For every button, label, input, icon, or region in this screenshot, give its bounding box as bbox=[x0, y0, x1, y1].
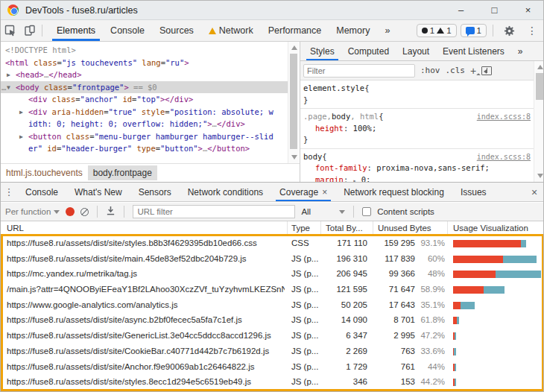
column-header-usage-visualization[interactable]: Usage Visualization bbox=[453, 224, 528, 233]
scrollbar-thumb[interactable] bbox=[536, 73, 543, 100]
close-button[interactable]: × bbox=[511, 1, 544, 19]
coverage-row[interactable]: https://fuse8.ru/assets/dist/site/async.… bbox=[1, 313, 544, 329]
scroll-up-arrow-icon[interactable] bbox=[537, 65, 543, 69]
scroll-down-arrow-icon[interactable] bbox=[291, 155, 297, 159]
more-options-icon[interactable]: ⋮ bbox=[522, 25, 542, 37]
drawer-tab-coverage[interactable]: Coverage× bbox=[271, 183, 335, 201]
unused-bytes-bar bbox=[453, 302, 461, 309]
minimize-button[interactable]: – bbox=[444, 1, 478, 19]
scroll-up-arrow-icon[interactable] bbox=[291, 45, 297, 50]
column-header-type[interactable]: Type bbox=[291, 224, 310, 233]
content-scripts-checkbox[interactable] bbox=[362, 207, 371, 216]
toggle-hover-state[interactable]: :hov bbox=[420, 66, 440, 75]
unused-bytes-bar bbox=[453, 286, 484, 294]
dom-tree-node[interactable]: <div class="anchor" id="top"></div> bbox=[1, 93, 278, 106]
dom-tree-node[interactable]: ▶<button class="menu-burger hamburger ha… bbox=[1, 130, 278, 155]
column-header-unused-bytes[interactable]: Unused Bytes bbox=[378, 224, 431, 233]
coverage-row[interactable]: https://mc.yandex.ru/metrika/tag.jsJS (p… bbox=[1, 267, 544, 282]
coverage-row[interactable]: https://www.google-analytics.com/analyti… bbox=[1, 298, 544, 314]
new-style-rule-icon[interactable]: + bbox=[470, 65, 476, 77]
styles-scrollbar[interactable] bbox=[534, 61, 544, 182]
scrollbar-thumb[interactable] bbox=[290, 54, 297, 149]
coverage-row[interactable]: https://fuse8.ru/assets/dist/site/main.4… bbox=[1, 252, 544, 268]
css-source-link[interactable]: index.scss:8 bbox=[477, 151, 534, 163]
url-filter-input[interactable] bbox=[133, 205, 295, 218]
drawer-close-icon[interactable]: × bbox=[524, 183, 544, 201]
css-source-link[interactable]: index.scss:8 bbox=[477, 111, 534, 123]
coverage-type: JS (p... bbox=[291, 254, 320, 263]
drawer-tab-network-conditions[interactable]: Network conditions bbox=[180, 183, 271, 201]
devtools-tab-memory[interactable]: Memory bbox=[329, 20, 377, 41]
breadcrumb-body-frontpage[interactable]: body.frontpage bbox=[88, 165, 157, 180]
coverage-scope-select[interactable]: Per function bbox=[5, 207, 60, 216]
devtools-tab-performance[interactable]: Performance bbox=[261, 20, 329, 41]
dom-tree-node[interactable]: <!DOCTYPE html> bbox=[1, 44, 278, 57]
styles-tab-layout[interactable]: Layout bbox=[396, 42, 436, 60]
css-property-line[interactable]: height: 100%; bbox=[303, 123, 534, 135]
elements-scrollbar[interactable] bbox=[288, 42, 299, 163]
breadcrumb-html-js-touchevents[interactable]: html.js.touchevents bbox=[1, 165, 88, 180]
scroll-down-arrow-icon[interactable] bbox=[537, 174, 543, 178]
devtools-tab-sources[interactable]: Sources bbox=[152, 20, 201, 41]
expander-right-icon[interactable]: ▶ bbox=[7, 69, 10, 82]
maximize-button[interactable]: □ bbox=[478, 1, 511, 19]
drawer-tab-console[interactable]: Console bbox=[17, 183, 66, 201]
dom-tree-node[interactable]: ▶<div aria-hidden="true" style="position… bbox=[1, 106, 278, 130]
coverage-clear-icon[interactable] bbox=[80, 208, 89, 216]
devtools-tab-network[interactable]: Network bbox=[201, 20, 261, 41]
styles-tab-computed[interactable]: Computed bbox=[341, 42, 396, 60]
messages-badge[interactable]: 1 bbox=[461, 24, 487, 37]
coverage-export-icon[interactable] bbox=[106, 205, 116, 218]
expander-right-icon[interactable]: ▶ bbox=[19, 131, 23, 144]
unused-bytes-bar bbox=[453, 271, 496, 278]
drawer-tab-what-s-new[interactable]: What's New bbox=[66, 183, 130, 201]
coverage-row[interactable]: https://fuse8.ru/assets/dist/site/styles… bbox=[1, 236, 544, 252]
code-token: proxima-nova,sans-serif bbox=[376, 163, 484, 172]
drawer-tab-network-request-blocking[interactable]: Network request blocking bbox=[335, 183, 452, 201]
dom-tree-node[interactable]: ▶<head>…</head> bbox=[1, 69, 278, 81]
expander-right-icon[interactable]: ▶ bbox=[19, 107, 23, 119]
code-token: "true" bbox=[108, 107, 136, 116]
coverage-row[interactable]: https://fuse8.ru/assets/dist/site/Cookie… bbox=[1, 344, 544, 360]
devtools-tab-elements[interactable]: Elements bbox=[49, 20, 103, 41]
coverage-row[interactable]: https://fuse8.ru/assets/dist/site/Anchor… bbox=[1, 360, 544, 376]
code-token: "js touchevents" bbox=[62, 58, 137, 67]
devtools-tab-console[interactable]: Console bbox=[103, 20, 152, 41]
device-toolbar-icon[interactable] bbox=[20, 20, 39, 41]
column-header-total-by[interactable]: Total By... bbox=[326, 224, 363, 233]
node-options-dots[interactable]: … bbox=[1, 81, 6, 94]
devtools-tab-item[interactable]: » bbox=[377, 20, 397, 41]
coverage-record-button[interactable] bbox=[66, 207, 75, 216]
coverage-row[interactable]: /main.js?attr=4QNOOByiEFeaY1Bf2LAhoo30Xc… bbox=[1, 282, 544, 298]
console-issues-badge[interactable]: 1 1 bbox=[417, 24, 457, 37]
css-property-line[interactable]: font-family: proxima-nova,sans-serif; bbox=[303, 162, 534, 174]
styles-tab-event-listeners[interactable]: Event Listeners bbox=[436, 42, 511, 60]
drawer-tab-sensors[interactable]: Sensors bbox=[130, 183, 180, 201]
tab-close-icon[interactable]: × bbox=[322, 187, 327, 197]
code-token: style bbox=[136, 107, 165, 116]
code-token: "button" bbox=[160, 144, 198, 153]
chrome-icon bbox=[7, 4, 19, 16]
dom-tree-node[interactable]: <html class="js touchevents" lang="ru"> bbox=[1, 57, 278, 69]
styles-filter-input[interactable] bbox=[303, 64, 415, 78]
coverage-url: https://www.google-analytics.com/analyti… bbox=[7, 300, 285, 309]
inspect-element-icon[interactable] bbox=[1, 20, 20, 41]
coverage-row[interactable]: https://fuse8.ru/assets/dist/site/Generi… bbox=[1, 329, 544, 344]
computed-sidebar-toggle-icon[interactable] bbox=[481, 66, 492, 75]
drawer-tab-issues[interactable]: Issues bbox=[452, 183, 495, 201]
css-rule-1[interactable]: .page, body, html {index.scss:8height: 1… bbox=[300, 109, 534, 149]
coverage-url: https://fuse8.ru/assets/dist/site/Generi… bbox=[7, 331, 285, 340]
dom-tree-node[interactable]: …▼<body class="frontpage"> == $0 bbox=[1, 81, 288, 94]
css-rule-0[interactable]: element.style {} bbox=[300, 80, 534, 109]
expander-down-icon[interactable]: ▼ bbox=[7, 82, 10, 95]
coverage-row[interactable]: https://fuse8.ru/assets/dist/site/styles… bbox=[1, 375, 544, 391]
drawer-menu-icon[interactable]: ⋮ bbox=[1, 183, 17, 201]
column-header-url[interactable]: URL bbox=[7, 224, 24, 233]
coverage-type-select[interactable]: All bbox=[301, 207, 345, 216]
styles-tab-styles[interactable]: Styles bbox=[303, 42, 341, 60]
toggle-element-classes[interactable]: .cls bbox=[446, 66, 466, 75]
settings-gear-icon[interactable] bbox=[499, 25, 519, 37]
usage-visualization-bar bbox=[453, 271, 541, 278]
styles-tab-item[interactable]: » bbox=[511, 42, 530, 60]
coverage-url: https://fuse8.ru/assets/dist/site/Anchor… bbox=[7, 362, 285, 371]
